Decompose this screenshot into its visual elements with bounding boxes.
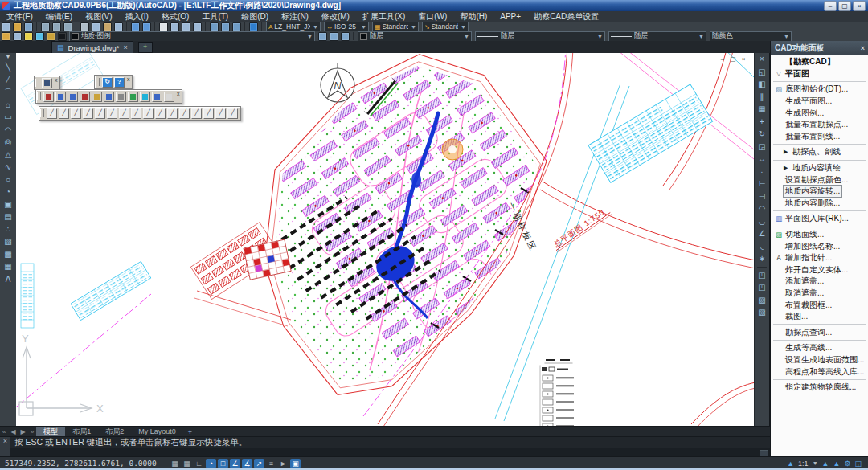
mdi-minimize-icon[interactable]: – [719, 55, 727, 63]
menu-item-0[interactable]: 文件(F) [0, 11, 39, 22]
hatch-pattern-icon-5[interactable]: ╱ [95, 108, 105, 119]
chevron-down-icon[interactable]: ▼ [464, 34, 469, 39]
zoom-previous-icon[interactable] [193, 22, 202, 31]
panel-item-14[interactable]: 地质内容删除... [771, 198, 868, 210]
quick-properties-toggle[interactable]: ▣ [290, 459, 301, 468]
add-layout-button[interactable]: + [183, 428, 197, 436]
publish-icon[interactable] [63, 22, 72, 31]
panel-item-13[interactable]: 地质内容旋转... [771, 186, 868, 198]
scale-icon[interactable]: ◲ [755, 141, 768, 153]
chevron-down-icon[interactable]: ▼ [307, 34, 313, 39]
annotation-scale-label[interactable]: 1:1 [798, 460, 809, 468]
copy-icon[interactable]: ◱ [755, 66, 768, 79]
refresh-icon[interactable]: ↻ [102, 77, 113, 88]
menu-item-9[interactable]: 扩展工具(X) [356, 11, 411, 22]
dynamic-ucs-toggle[interactable]: ∡ [242, 459, 252, 468]
restore-button[interactable]: ▢ [838, 1, 851, 11]
toolbar-close-icon[interactable]: x [55, 77, 58, 83]
explode-icon[interactable]: ∗ [755, 252, 768, 265]
gradient-icon[interactable]: ▩ [2, 248, 14, 261]
lengthen-icon[interactable]: ∙ [755, 166, 768, 178]
redo-icon[interactable] [142, 22, 151, 31]
panel-item-23[interactable]: 取消遮盖... [771, 288, 868, 300]
mdi-restore-icon[interactable]: ▢ [729, 55, 737, 63]
panel-item-4[interactable]: 生成平面图... [771, 96, 868, 108]
new-file-icon[interactable] [2, 22, 10, 31]
viewports-icon[interactable] [210, 22, 219, 31]
annotation-autoscale-icon[interactable]: ▲ [833, 460, 840, 468]
hatch-pattern-icon-15[interactable]: ╱ [215, 108, 226, 119]
panel-item-30[interactable]: 设置生成地表面范围... [771, 354, 868, 366]
layout-nav-icon-3[interactable]: » [28, 428, 36, 435]
open-file-icon[interactable] [13, 22, 22, 31]
zoom-realtime-icon[interactable] [170, 22, 179, 31]
panel-item-16[interactable]: ▥平面图入库(RK)... [771, 213, 868, 225]
color-combo[interactable]: 随层▼ [358, 31, 472, 42]
annotation-scale-icon[interactable]: ▲ [787, 460, 794, 468]
menu-item-1[interactable]: 编辑(E) [39, 11, 79, 22]
copy-clip-icon[interactable] [92, 22, 100, 31]
hatch-pattern-icon-6[interactable]: ╱ [107, 108, 117, 119]
panel-item-21[interactable]: 炸开自定义实体... [771, 264, 868, 276]
georef-icon[interactable] [128, 92, 138, 102]
break-icon[interactable]: ◡ [755, 215, 768, 228]
rotate-icon[interactable]: ↻ [755, 128, 768, 141]
render-tool-icon[interactable] [42, 78, 52, 88]
construction-line-icon[interactable]: ⁄ [2, 74, 14, 87]
osnap-tracking-toggle[interactable]: ∠ [230, 459, 240, 468]
save-icon[interactable] [24, 22, 33, 31]
menu-item-7[interactable]: 标注(N) [275, 11, 315, 22]
erase-icon[interactable]: × [755, 53, 768, 66]
spline-icon[interactable]: ∿ [2, 161, 14, 174]
line-icon[interactable]: ╲ [2, 61, 14, 74]
send-to-back-icon[interactable]: ◳ [755, 281, 768, 294]
toolbar-close-icon[interactable]: x [177, 91, 180, 96]
insert-image-icon[interactable] [152, 92, 162, 102]
menu-item-13[interactable]: 勘察CAD菜单设置 [527, 11, 605, 22]
panel-item-5[interactable]: 生成图例... [771, 107, 868, 119]
panel-item-9[interactable]: ▶勘探点、剖线 [771, 146, 868, 158]
polygon-icon[interactable]: ⌂ [2, 99, 14, 112]
command-close-button[interactable]: × [0, 437, 10, 457]
offset-icon[interactable]: ∥ [755, 91, 768, 104]
chevron-down-icon[interactable]: ▼ [313, 24, 318, 30]
layer-color-icon[interactable] [58, 32, 67, 41]
toolbar-close-icon[interactable]: x [127, 76, 130, 82]
scale-dropdown-icon[interactable]: ▼ [813, 460, 818, 466]
hatch-pattern-icon-11[interactable]: ╱ [167, 108, 178, 119]
toolbar-overflow-icon[interactable]: ▼ [6, 53, 11, 61]
annotation-visibility-icon[interactable]: ▲ [822, 460, 829, 468]
table-icon[interactable]: ▦ [2, 260, 14, 273]
panel-item-25[interactable]: 裁图... [771, 311, 868, 323]
plot-icon[interactable] [41, 22, 50, 31]
object-snap-toggle[interactable]: □ [218, 459, 228, 468]
minimize-button[interactable]: – [824, 1, 837, 11]
help-icon[interactable]: ? [114, 77, 125, 88]
ellipse-icon[interactable]: ○ [2, 174, 14, 186]
array-icon[interactable]: ▦ [755, 103, 768, 116]
mirror-icon[interactable]: ◧ [755, 78, 768, 91]
hatch-pattern-icon-1[interactable]: ╱ [47, 108, 57, 119]
ortho-mode-toggle[interactable]: ∟ [194, 459, 204, 468]
pan-icon[interactable] [159, 22, 168, 31]
hatch-icon[interactable]: ▨ [2, 235, 14, 248]
selection-cycling-toggle[interactable]: ► [278, 459, 289, 468]
tab-close-icon[interactable]: × [123, 43, 127, 51]
zoom-window-icon[interactable] [182, 22, 190, 31]
trim-icon[interactable]: ⊢ [755, 178, 768, 190]
grid-display-toggle[interactable]: ▦ [170, 459, 180, 468]
move-icon[interactable]: + [755, 116, 768, 129]
draw-boundary-icon[interactable] [104, 92, 114, 102]
panel-close-icon[interactable]: × [861, 44, 865, 52]
layer-properties-icon[interactable] [2, 32, 10, 41]
linetype-combo[interactable]: 随层▼ [475, 31, 605, 42]
panel-item-29[interactable]: 生成等高线... [771, 342, 868, 354]
layer-previous-icon[interactable] [330, 32, 338, 41]
layer-states-icon[interactable] [13, 32, 22, 41]
panel-item-12[interactable]: 设置勘探点颜色... [771, 174, 868, 186]
hatch-pattern-icon-9[interactable]: ╱ [143, 108, 154, 119]
water-tool-icon[interactable] [140, 92, 150, 102]
toolbar-grip[interactable] [96, 78, 100, 86]
panel-item-31[interactable]: 高程点和等高线入库... [771, 366, 868, 378]
panel-item-0[interactable]: 【勘察CAD】 [771, 56, 868, 68]
